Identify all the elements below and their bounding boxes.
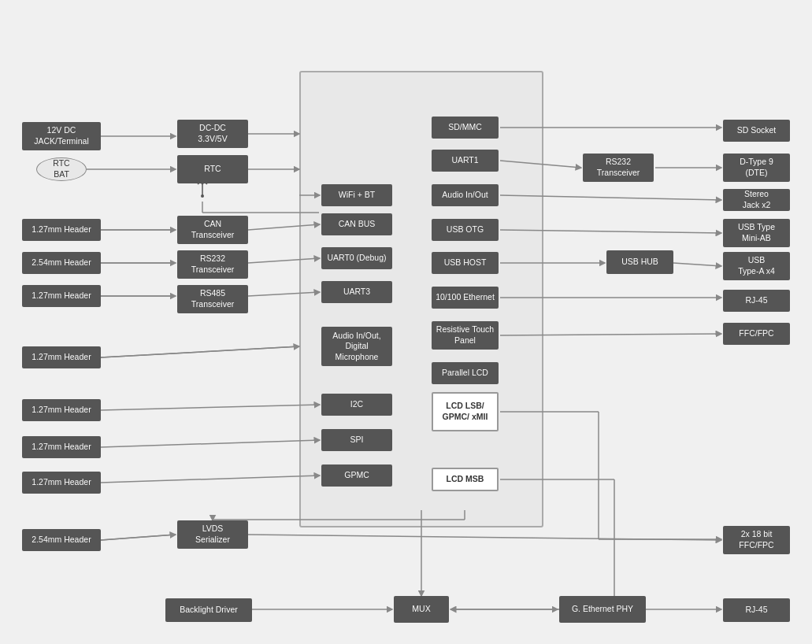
header3: 1.27mm Header: [22, 285, 101, 307]
can_bus: CAN BUS: [321, 213, 392, 235]
header7: 1.27mm Header: [22, 472, 101, 494]
spi: SPI: [321, 429, 392, 451]
svg-line-20: [101, 476, 320, 483]
stereo_jack: StereoJack x2: [723, 189, 790, 211]
ffc_fpc_2x: 2x 18 bitFFC/FPC: [723, 526, 790, 554]
res_touch: Resistive TouchPanel: [432, 321, 499, 350]
eth: 10/100 Ethernet: [432, 287, 499, 309]
header5: 1.27mm Header: [22, 399, 101, 421]
parallel_lcd: Parallel LCD: [432, 362, 499, 384]
som-title: [301, 72, 542, 83]
rtc_bat: RTCBAT: [36, 157, 87, 181]
svg-line-27: [673, 263, 721, 266]
header1: 1.27mm Header: [22, 219, 101, 241]
header4: 1.27mm Header: [22, 346, 101, 368]
usb_hub: USB HUB: [606, 250, 673, 274]
g_eth_phy: G. Ethernet PHY: [559, 596, 646, 623]
uart0: UART0 (Debug): [321, 247, 392, 269]
header2: 2.54mm Header: [22, 252, 101, 274]
rj45_1: RJ-45: [723, 290, 790, 312]
rs232_tr2: RS232Transceiver: [583, 154, 654, 182]
svg-line-36: [101, 535, 176, 540]
sdmmc: SD/MMC: [432, 117, 499, 139]
gpmc: GPMC: [321, 464, 392, 487]
can_tr: CANTransceiver: [177, 216, 248, 244]
usb_host: USB HOST: [432, 252, 499, 274]
wifi_bt: WiFi + BT: [321, 184, 392, 206]
svg-line-38: [248, 535, 721, 540]
i2c: I2C: [321, 394, 392, 416]
svg-line-16: [101, 346, 299, 357]
ffc_fpc_1: FFC/FPC: [723, 323, 790, 345]
sd_socket: SD Socket: [723, 120, 790, 142]
header6: 1.27mm Header: [22, 436, 101, 458]
usb_miniab: USB TypeMini-AB: [723, 219, 790, 247]
svg-point-49: [201, 194, 204, 198]
rs232_tr: RS232Transceiver: [177, 250, 248, 279]
audio_mic: Audio In/Out,DigitalMicrophone: [321, 327, 392, 366]
rs485_tr: RS485Transceiver: [177, 285, 248, 313]
lcd_lsb: LCD LSB/GPMC/ xMII: [432, 392, 499, 431]
svg-line-18: [101, 405, 320, 410]
audio_io: Audio In/Out: [432, 184, 499, 206]
header8: 2.54mm Header: [22, 529, 101, 551]
backlight: Backlight Driver: [165, 598, 252, 622]
rtc: RTC: [177, 155, 248, 183]
usb_typea: USBType-A x4: [723, 252, 790, 280]
dtype9: D-Type 9(DTE): [723, 154, 790, 182]
dcdc: DC-DC3.3V/5V: [177, 120, 248, 148]
svg-line-17: [101, 346, 299, 357]
svg-line-19: [101, 440, 320, 447]
mux: MUX: [394, 596, 449, 623]
rj45_2: RJ-45: [723, 598, 790, 622]
uart3: UART3: [321, 281, 392, 303]
12v: 12V DCJACK/Terminal: [22, 122, 101, 150]
uart1: UART1: [432, 150, 499, 172]
usb_otg: USB OTG: [432, 219, 499, 241]
svg-line-37: [101, 535, 176, 540]
lcd_msb: LCD MSB: [432, 468, 499, 491]
lvds: LVDSSerializer: [177, 520, 248, 549]
